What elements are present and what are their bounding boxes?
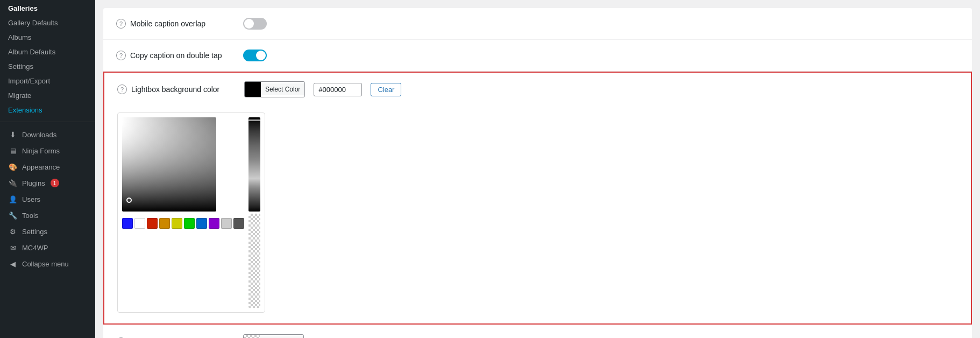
appearance-icon: 🎨 [8, 162, 18, 172]
alpha-slider[interactable] [248, 214, 260, 308]
swatch-orange[interactable] [159, 218, 170, 229]
hue-slider[interactable] [248, 117, 260, 212]
sidebar-item-label: Migrate [8, 91, 31, 100]
sidebar-item-gallery-defaults[interactable]: Gallery Defaults [0, 16, 95, 30]
lightbox-active-swatch [244, 335, 260, 338]
sidebar-item-albums[interactable]: Albums [0, 30, 95, 45]
sidebar-item-plugins[interactable]: 🔌 Plugins 1 [0, 175, 95, 191]
mobile-caption-help[interactable]: ? [116, 19, 126, 29]
sidebar-item-label: MC4WP [22, 244, 48, 252]
sidebar-item-label: Appearance [22, 163, 60, 171]
sidebar-item-label: Settings [8, 62, 33, 71]
copy-caption-toggle[interactable] [243, 50, 267, 61]
sidebar-item-migrate[interactable]: Migrate [0, 88, 95, 103]
sidebar-item-users[interactable]: 👤 Users [0, 191, 95, 207]
copy-caption-help[interactable]: ? [116, 51, 126, 60]
color-hex-input[interactable] [314, 83, 362, 96]
sidebar-item-label: Albums [8, 33, 31, 41]
swatch-yellow[interactable] [172, 218, 182, 229]
clear-color-btn[interactable]: Clear [371, 83, 401, 96]
sidebar-item-import-export[interactable]: Import/Export [0, 74, 95, 88]
mobile-caption-label: ? Mobile caption overlap [116, 19, 235, 29]
lightbox-bg-select-color-btn[interactable]: Select Color [244, 81, 305, 97]
sidebar-item-album-defaults[interactable]: Album Defaults [0, 45, 95, 59]
galleries-title: Galleries [0, 0, 95, 16]
swatch-green[interactable] [184, 218, 195, 229]
color-gradient-canvas [122, 117, 216, 212]
plugins-badge: 1 [51, 179, 59, 187]
sidebar-item-label: Import/Export [8, 77, 50, 85]
sidebar-item-label: Collapse menu [22, 260, 69, 268]
sidebar-item-label: Gallery Defaults [8, 19, 58, 27]
sidebar-item-ninja-forms[interactable]: ▤ Ninja Forms [0, 143, 95, 159]
settings-panel: ? Mobile caption overlap ? Copy caption … [103, 8, 972, 338]
sidebar-item-label: Extensions [8, 106, 42, 114]
color-swatches [122, 218, 244, 229]
copy-caption-label: ? Copy caption on double tap [116, 51, 235, 60]
sidebar-item-label: Album Defaults [8, 48, 55, 56]
swatch-dark-gray[interactable] [233, 218, 244, 229]
tools-icon: 🔧 [8, 210, 18, 220]
sidebar-item-label: Ninja Forms [22, 147, 60, 155]
swatch-white[interactable] [134, 218, 145, 229]
swatch-purple[interactable] [209, 218, 219, 229]
sidebar-item-label: Plugins [22, 179, 45, 187]
lightbox-active-colors-row: ? Lightbox active colors Select Color [103, 325, 972, 338]
ninja-forms-icon: ▤ [8, 146, 18, 156]
lightbox-bg-color-header: ? Lightbox background color Select Color… [117, 81, 958, 97]
sidebar-item-label: Settings [22, 228, 47, 236]
swatch-blue[interactable] [122, 218, 133, 229]
sidebar-item-tools[interactable]: 🔧 Tools [0, 207, 95, 223]
swatch-blue2[interactable] [196, 218, 207, 229]
collapse-icon: ◀ [8, 259, 18, 269]
sidebar-item-extensions[interactable]: Extensions [0, 103, 95, 117]
mc4wp-icon: ✉ [8, 243, 18, 252]
color-gradient-area[interactable] [122, 117, 216, 212]
lightbox-bg-help[interactable]: ? [117, 84, 127, 94]
mobile-caption-row: ? Mobile caption overlap [103, 8, 972, 40]
sidebar-item-settings[interactable]: Settings [0, 59, 95, 74]
sidebar-item-mc4wp[interactable]: ✉ MC4WP [0, 240, 95, 256]
color-picker-popup [117, 112, 265, 313]
sidebar-item-collapse[interactable]: ◀ Collapse menu [0, 256, 95, 272]
users-icon: 👤 [8, 194, 18, 204]
downloads-icon: ⬇ [8, 130, 18, 139]
lightbox-active-select-color-btn[interactable]: Select Color [243, 334, 304, 338]
lightbox-bg-color-row: ? Lightbox background color Select Color… [103, 72, 972, 325]
sidebar-item-downloads[interactable]: ⬇ Downloads [0, 126, 95, 143]
sidebar: Galleries Gallery Defaults Albums Album … [0, 0, 95, 338]
settings-icon: ⚙ [8, 227, 18, 236]
lightbox-bg-swatch [245, 82, 261, 97]
main-content: ? Mobile caption overlap ? Copy caption … [95, 0, 980, 338]
lightbox-bg-label: ? Lightbox background color [117, 84, 236, 94]
copy-caption-row: ? Copy caption on double tap [103, 40, 972, 72]
sidebar-item-settings2[interactable]: ⚙ Settings [0, 223, 95, 240]
mobile-caption-toggle[interactable] [243, 18, 267, 30]
swatch-red[interactable] [147, 218, 158, 229]
select-color-label: Select Color [261, 83, 304, 95]
sidebar-item-appearance[interactable]: 🎨 Appearance [0, 159, 95, 175]
swatch-light-gray[interactable] [221, 218, 232, 229]
plugins-icon: 🔌 [8, 178, 18, 188]
hue-handle [248, 119, 260, 121]
sidebar-item-label: Tools [22, 212, 38, 220]
sidebar-item-label: Users [22, 195, 40, 203]
sidebar-item-label: Downloads [22, 131, 56, 139]
